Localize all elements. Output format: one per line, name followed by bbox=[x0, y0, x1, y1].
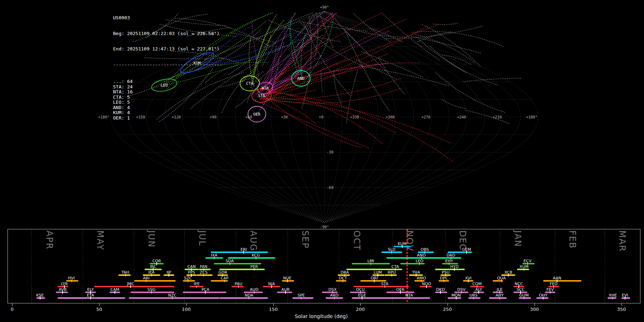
shower-label-KUM: KUM bbox=[398, 241, 406, 246]
shower-label-LMI: LMI bbox=[367, 259, 374, 263]
shower-label-SSG: SSG bbox=[147, 287, 156, 292]
month-gridline bbox=[83, 229, 83, 303]
shower-label-ZCS: ZCS bbox=[200, 270, 208, 275]
shower-bar-CAP bbox=[211, 280, 228, 281]
shower-label-SLD: SLD bbox=[388, 247, 396, 252]
x-tick-label: 350 bbox=[617, 307, 626, 312]
shower-label-HVI: HVI bbox=[68, 276, 75, 280]
shower-label-CAM: CAM bbox=[111, 287, 119, 292]
shower-label-CTA: CTA bbox=[391, 264, 399, 269]
month-label-AUG: AUG bbox=[248, 230, 258, 252]
shower-label-GEM: GEM bbox=[462, 247, 471, 252]
x-axis-tick bbox=[186, 303, 187, 306]
month-label-FEB: FEB bbox=[567, 230, 577, 249]
shower-bar-ETA bbox=[58, 297, 126, 298]
shower-label-AND: AND bbox=[417, 253, 425, 258]
shower-label-KSE: KSE bbox=[36, 293, 44, 298]
shower-label-OCU: OCU bbox=[356, 287, 365, 292]
shower-label-AUR: AUR bbox=[281, 287, 289, 292]
shower-bar-MON bbox=[448, 297, 462, 298]
shower-label-LEO: LEO bbox=[416, 259, 424, 263]
shower-label-EHY: EHY bbox=[445, 259, 453, 263]
shower-bar-SZC bbox=[183, 280, 195, 281]
month-label-SEP: SEP bbox=[300, 230, 310, 249]
shower-label-URS: URS bbox=[469, 293, 478, 298]
shower-label-LYR: LYR bbox=[61, 282, 68, 286]
shower-label-AHY: AHY bbox=[496, 293, 504, 298]
month-label-OCT: OCT bbox=[352, 230, 362, 250]
shower-label-ARD: ARD bbox=[330, 293, 338, 298]
shower-label-JMC: JMC bbox=[127, 282, 134, 286]
shower-label-ERI: ERI bbox=[240, 247, 247, 252]
shower-bar-NZC bbox=[129, 297, 219, 298]
month-gridline bbox=[605, 229, 605, 303]
shower-bar-AUR bbox=[277, 292, 293, 293]
shower-label-FED: FED bbox=[550, 282, 557, 286]
shower-label-IXA: IXA bbox=[211, 253, 217, 258]
x-axis-tick bbox=[12, 303, 13, 306]
shower-label-DAD: DAD bbox=[447, 253, 455, 258]
shower-label-SPE: SPE bbox=[297, 293, 305, 298]
shower-bar-SSG bbox=[131, 292, 174, 293]
x-axis-tick bbox=[273, 303, 274, 306]
shower-label-JLE: JLE bbox=[497, 287, 502, 292]
shower-bar-HVI bbox=[66, 280, 78, 281]
shower-bar-EVI bbox=[621, 297, 630, 298]
shower-label-OCT: OCT bbox=[339, 276, 347, 280]
shower-label-DSX: DSX bbox=[328, 287, 337, 292]
shower-label-PSU: PSU bbox=[442, 270, 450, 275]
shower-label-COM: COM bbox=[472, 282, 482, 286]
shower-label-DPC: DPC bbox=[440, 276, 448, 280]
shower-bar-TAH bbox=[118, 274, 131, 275]
x-axis-tick bbox=[535, 303, 535, 306]
month-label-JUL: JUL bbox=[197, 230, 207, 246]
shower-bar-PAU bbox=[231, 286, 244, 287]
shower-bar-AHY bbox=[489, 297, 507, 298]
shower-bar-KCG bbox=[228, 257, 275, 258]
shower-label-ECV: ECV bbox=[523, 259, 531, 263]
month-label-MAY: MAY bbox=[95, 230, 105, 250]
x-tick-label: 0 bbox=[11, 307, 14, 312]
shower-label-NTA: NTA bbox=[405, 293, 413, 298]
shower-label-ELY: ELY bbox=[87, 287, 94, 292]
shower-label-EGE: EGE bbox=[358, 293, 366, 298]
shower-label-THA: THA bbox=[412, 270, 420, 275]
shower-label-HYD: HYD bbox=[450, 264, 458, 269]
shower-label-MON: MON bbox=[452, 293, 461, 298]
shower-label-NOO: NOO bbox=[422, 282, 431, 286]
shower-bar-NDA bbox=[219, 297, 268, 298]
shower-label-FAN: FAN bbox=[200, 264, 208, 269]
shower-label-ALY: ALY bbox=[475, 287, 482, 292]
shower-bar-OHY bbox=[536, 297, 548, 298]
shower-label-NIA: NIA bbox=[268, 282, 275, 286]
shower-label-SCC: SCC bbox=[517, 287, 525, 292]
month-label-JAN: JAN bbox=[513, 230, 523, 247]
shower-label-XCB: XCB bbox=[504, 270, 512, 275]
shower-bar-GUM bbox=[519, 297, 531, 298]
activity-timeline: Solar longitude (deg) APRMAYJUNJULAUGSEP… bbox=[0, 0, 644, 322]
shower-label-QUA: QUA bbox=[497, 276, 506, 280]
shower-label-ORI: ORI bbox=[371, 276, 378, 280]
shower-label-NCC: NCC bbox=[514, 282, 523, 286]
shower-label-ARI: ARI bbox=[143, 276, 149, 280]
month-label-MAR: MAR bbox=[617, 230, 627, 252]
shower-label-XHE: XHE bbox=[609, 293, 617, 298]
month-label-APR: APR bbox=[44, 230, 54, 250]
x-axis-label: Solar longitude (deg) bbox=[295, 313, 348, 319]
shower-bar-LEO bbox=[400, 263, 425, 264]
shower-label-DSV: DSV bbox=[457, 287, 465, 292]
shower-bar-ARI bbox=[134, 280, 176, 281]
shower-bar-DKD bbox=[435, 292, 447, 293]
shower-bar-JMC bbox=[94, 286, 174, 287]
shower-label-FEV: FEV bbox=[546, 287, 554, 292]
month-gridline bbox=[31, 229, 32, 303]
shower-label-TAH: TAH bbox=[121, 270, 129, 275]
shower-label-ETA: ETA bbox=[87, 293, 94, 298]
x-tick-label: 150 bbox=[269, 307, 278, 312]
shower-label-COR: COR bbox=[152, 259, 161, 263]
shower-label-PCA: PCA bbox=[201, 287, 209, 292]
shower-bar-AVB bbox=[56, 292, 68, 293]
shower-bar-RPU bbox=[385, 274, 397, 275]
shower-bar-XHE bbox=[608, 297, 616, 298]
shower-bar-PCA bbox=[183, 292, 226, 293]
